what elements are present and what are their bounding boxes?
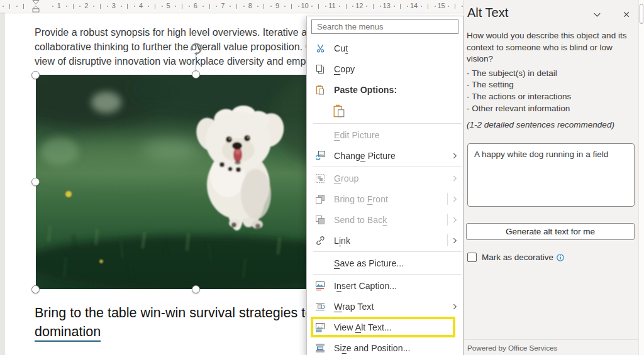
search-input[interactable]: [311, 19, 458, 34]
menu-item-save-as-picture[interactable]: Save as Picture...: [307, 253, 463, 273]
ruler-tick: [352, 6, 353, 7]
submenu-arrow-icon: [453, 152, 457, 160]
selection-handle-bottom-middle[interactable]: [192, 285, 200, 293]
menu-item-label: Send to Back: [334, 215, 447, 225]
ruler-tick: [428, 4, 428, 9]
submenu-arrow-icon: [453, 303, 457, 310]
copy-icon: [313, 63, 327, 75]
scrollbar[interactable]: [638, 0, 644, 355]
generate-alt-text-button[interactable]: Generate alt text for me: [466, 223, 635, 240]
submenu-arrow-icon: [453, 216, 457, 224]
menu-item-size-and-position[interactable]: Size and Position...: [307, 337, 463, 355]
menu-item-paste-options[interactable]: Paste Options:: [307, 79, 463, 100]
ruler-tick: [9, 4, 10, 9]
ruler-tick: [400, 4, 401, 9]
menu-item-copy[interactable]: Copy: [307, 58, 463, 79]
menu-item-cut[interactable]: Cut: [307, 38, 463, 58]
menu-item-paste-keep-source[interactable]: [307, 100, 463, 123]
menu-item-label: Link: [334, 236, 447, 246]
ruler-tick: [16, 6, 18, 7]
menu-item-insert-caption[interactable]: Insert Caption...: [307, 275, 463, 296]
info-icon[interactable]: [556, 253, 565, 262]
menu-item-wrap-text[interactable]: Wrap Text: [307, 296, 463, 317]
collapse-pane-button[interactable]: [590, 8, 604, 21]
ruler-tick: [373, 4, 374, 9]
ruler-tick: [284, 6, 286, 7]
editor-suggestion-underline: domination: [35, 324, 101, 342]
ruler-tick: [121, 6, 122, 7]
ruler-number: 10: [301, 2, 308, 9]
menu-item-label: Copy: [334, 64, 457, 74]
ruler-tick: [189, 6, 190, 7]
ruler-number: 5: [166, 2, 170, 9]
selection-handle-top-left[interactable]: [31, 71, 40, 79]
mark-decorative-checkbox[interactable]: [467, 253, 477, 262]
menu-item-label: Insert Caption...: [334, 281, 457, 291]
ruler-tick: [311, 6, 313, 7]
ruler-tick: [73, 4, 74, 9]
ruler-tick: [162, 6, 163, 7]
ruler-tick: [318, 4, 319, 9]
ruler-tick: [448, 6, 449, 7]
ruler-tick: [366, 6, 367, 7]
blank-icon: [313, 257, 327, 270]
ruler-number: 7: [221, 2, 225, 9]
wrap-icon: [313, 300, 327, 313]
alt-text-input[interactable]: A happy white dog running in a field: [467, 143, 635, 207]
ruler-tick: [455, 4, 455, 9]
ruler-number: 14: [410, 2, 418, 9]
menu-item-bring-to-front[interactable]: Bring to Front: [307, 188, 463, 209]
ruler-number: 13: [383, 2, 391, 9]
rotate-handle-icon[interactable]: [187, 40, 204, 57]
menu-separator: [313, 274, 462, 275]
selection-handle-bottom-left[interactable]: [31, 285, 40, 293]
ruler-tick: [291, 4, 292, 9]
ruler-tick: [23, 4, 24, 9]
submenu-arrow-icon: [453, 237, 457, 244]
scrollbar-thumb[interactable]: [640, 4, 643, 24]
submenu-arrow-icon: [453, 195, 457, 203]
ruler-tick: [155, 4, 155, 9]
chevron-down-icon: [592, 10, 602, 19]
description-bullet: - The subject(s) in detail: [467, 68, 626, 80]
menu-item-label: Edit Picture: [334, 130, 457, 140]
close-icon: [622, 10, 631, 19]
description-line: context to someone who is blind or low: [467, 42, 626, 54]
menu-item-group[interactable]: Group: [307, 168, 463, 188]
ruler-tick: [127, 4, 128, 9]
submenu-arrow-icon: [453, 175, 457, 182]
ruler-tick: [203, 6, 204, 7]
send-back-icon: [313, 214, 327, 226]
menu-item-label: Bring to Front: [334, 194, 447, 204]
menu-item-send-to-back[interactable]: Send to Back: [307, 209, 463, 230]
ruler-tick: [380, 6, 381, 7]
menu-separator: [313, 123, 462, 124]
menu-item-edit-picture[interactable]: Edit Picture: [307, 124, 463, 145]
menu-item-link[interactable]: Link: [307, 230, 463, 251]
ruler-tick: [175, 6, 176, 7]
close-pane-button[interactable]: [619, 8, 633, 21]
ruler-tick: [346, 4, 347, 9]
ruler-number: 12: [355, 2, 363, 9]
description-bullet: - Other relevant information: [467, 103, 626, 115]
menu-separator: [313, 167, 462, 167]
menu-item-label: Group: [334, 173, 453, 183]
ruler-number: 9: [275, 2, 279, 9]
recommendation-hint: (1-2 detailed sentences recommended): [467, 120, 614, 129]
ruler-tick: [236, 4, 237, 9]
ruler-number: 8: [248, 2, 252, 9]
horizontal-ruler[interactable]: 123456789101112131415: [0, 0, 464, 13]
description-line: How would you describe this object and i…: [467, 30, 626, 42]
ruler-tick: [264, 4, 264, 9]
context-menu: CutCopyPaste Options:Edit PictureChange …: [306, 16, 464, 355]
selection-handle-middle-left[interactable]: [31, 178, 40, 186]
menu-item-change-picture[interactable]: Change Picture: [307, 145, 463, 166]
indent-marker-icon[interactable]: [30, 0, 42, 13]
arrow-divider: [447, 234, 448, 246]
ruler-tick: [394, 6, 395, 7]
ruler-tick: [209, 4, 210, 9]
ruler-tick: [100, 4, 101, 9]
ruler-tick: [79, 6, 80, 7]
menu-item-view-alt-text[interactable]: View Alt Text...: [311, 317, 455, 337]
menu-item-label: Cut: [334, 43, 457, 53]
